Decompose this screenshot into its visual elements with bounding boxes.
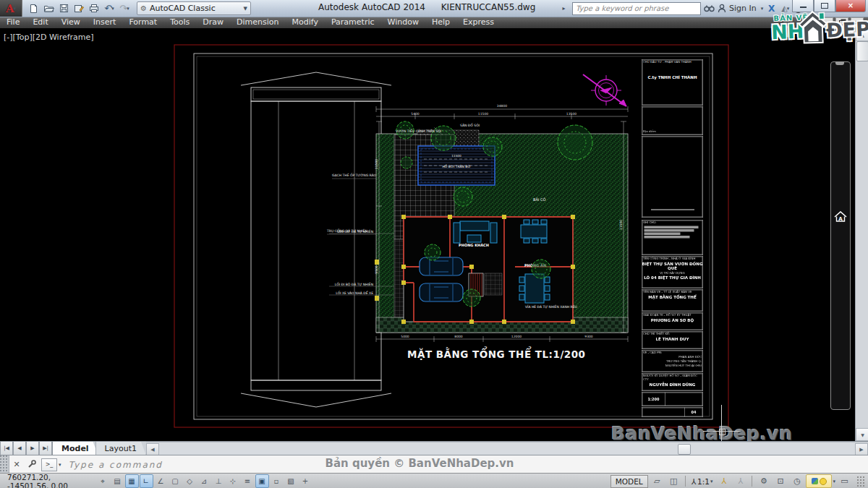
toggle-annotation-monitor[interactable]: + xyxy=(299,474,312,488)
menu-format[interactable]: Format xyxy=(122,17,163,28)
phase-value: PHƯƠNG ÁN SƠ BỘ xyxy=(642,318,703,323)
open-file-button[interactable] xyxy=(42,2,55,15)
toggle-selection-cycling[interactable]: ▧ xyxy=(284,474,298,488)
titleblock-owner-cell: CHỦ ĐẦU TƯ - PHẠM VĂN THÀNH C.ty TNHH CH… xyxy=(642,59,703,106)
quick-access-toolbar: ↶▾ ↷▾ xyxy=(27,2,131,15)
tab-layout1[interactable]: Layout1 xyxy=(95,442,146,455)
menu-help[interactable]: Help xyxy=(425,17,456,28)
toggle-quick-properties[interactable]: ▫ xyxy=(270,474,284,488)
scroll-left-button[interactable]: ◀ xyxy=(146,443,159,455)
prev-tab-button[interactable]: ◀ xyxy=(13,442,26,455)
save-button[interactable] xyxy=(57,2,70,15)
menu-tools[interactable]: Tools xyxy=(163,17,196,28)
menu-modify[interactable]: Modify xyxy=(286,17,325,28)
quick-view-layouts-button[interactable]: ▱ xyxy=(650,474,665,488)
scroll-down-button[interactable]: ▼ xyxy=(856,428,868,441)
toggle-object-snap-tracking[interactable]: ⊿ xyxy=(197,474,211,488)
performance-button[interactable]: ◷ xyxy=(789,474,804,488)
drawing-canvas[interactable]: GẠCH THẺ ỐP TƯỜNG RÀO TRỤ CỔNG ĐÁ TỰ NHI… xyxy=(0,28,868,441)
crosshair-vertical xyxy=(721,405,722,441)
command-tools-button[interactable] xyxy=(24,460,38,469)
annotation-scale-icon: ⅄ xyxy=(692,477,696,486)
drive-label: LỐI XE VÀO NHÀ ĐỂ XE xyxy=(336,291,373,295)
workspace-switching-button[interactable]: ⚙ xyxy=(756,474,771,488)
menu-draw[interactable]: Draw xyxy=(196,17,230,28)
menu-parametric[interactable]: Parametric xyxy=(325,17,381,28)
last-tab-button[interactable]: ▶| xyxy=(39,442,52,455)
next-tab-button[interactable]: ▶ xyxy=(26,442,39,455)
toggle-object-snap[interactable]: ▢ xyxy=(169,474,182,488)
undo-button[interactable]: ↶▾ xyxy=(103,2,116,15)
annotation-visibility-button[interactable]: ⅄ xyxy=(716,474,731,488)
person-icon xyxy=(718,4,726,13)
titleblock-empty-cell xyxy=(642,136,703,218)
command-close-button[interactable]: ✕ xyxy=(9,460,24,469)
menu-insert[interactable]: Insert xyxy=(87,17,123,28)
toolbar-lock-button[interactable]: ⊡ xyxy=(773,474,788,488)
menu-file[interactable]: File xyxy=(0,17,26,28)
toggle-grid-display[interactable]: ▦ xyxy=(125,474,139,488)
owner-label: CHỦ ĐẦU TƯ - PHẠM VĂN THÀNH xyxy=(642,60,703,65)
menu-window[interactable]: Window xyxy=(381,17,425,28)
first-tab-button[interactable]: |◀ xyxy=(0,442,13,455)
clean-screen-button[interactable]: ▭ xyxy=(837,474,852,488)
titleblock-scale-cell: 1:200 xyxy=(642,392,703,406)
walk-label: LỐI ĐI BỘ ĐÁ TỰ NHIÊN xyxy=(335,282,373,286)
toggle-ortho-mode[interactable]: ∟ xyxy=(140,474,153,488)
toggle-snap-mode[interactable]: ▤ xyxy=(111,474,124,488)
new-file-button[interactable] xyxy=(27,2,40,15)
banvenhadep-logo: BẢN VẼ NH ĐẸP xyxy=(769,6,863,51)
resize-grip[interactable] xyxy=(856,476,865,487)
lead-label: CHỦ TRÌ THIẾT KẾ: xyxy=(642,332,703,337)
isolate-objects-button[interactable] xyxy=(806,474,832,488)
sign-in-button[interactable]: Sign In ▾ xyxy=(718,2,763,14)
infocenter-collapse-button[interactable]: ▸ xyxy=(558,2,569,14)
menu-edit[interactable]: Edit xyxy=(26,17,54,28)
owner-value: C.ty TNHH CHÍ THÀNH xyxy=(642,75,703,80)
scroll-right-button[interactable]: ▶ xyxy=(855,443,868,455)
redo-button[interactable]: ↷▾ xyxy=(118,2,131,15)
toggle-lineweight[interactable]: ≡ xyxy=(241,474,255,488)
swimming-pool: 11500 HỒ BƠI TRÀN BỜ xyxy=(418,146,495,185)
quick-view-drawings-button[interactable]: ◫ xyxy=(666,474,681,488)
toggle-dynamic-input[interactable]: ⊹ xyxy=(226,474,240,488)
search-input[interactable] xyxy=(572,2,701,15)
chevron-down-icon: ▼ xyxy=(244,6,247,12)
titleblock-phase-cell: GIAI ĐOẠN TK - HỒ SƠ KỸ THUẬT PHƯƠNG ÁN … xyxy=(642,312,703,330)
save-floppy-icon xyxy=(59,4,69,13)
approver-label: NGƯỜI KÝ DUYỆT HỒ SƠ - GIÁM ĐỐC CTY xyxy=(642,374,703,382)
toggle-infer-constraints[interactable]: ⌖ xyxy=(96,474,110,488)
project-name: BIỆT THỰ SÂN VƯỜN ĐỒNG QUÊ xyxy=(642,262,703,271)
workspace-label: AutoCAD Classic xyxy=(150,4,216,13)
save-as-button[interactable] xyxy=(72,2,85,15)
chevron-down-icon: ▾ xyxy=(111,6,114,12)
model-space-button[interactable]: MODEL xyxy=(610,475,648,488)
vertical-scrollbar[interactable]: ▲ ▼ xyxy=(855,28,868,441)
menu-express[interactable]: Express xyxy=(456,17,501,28)
navbar-handle-icon xyxy=(835,61,844,65)
plot-button[interactable] xyxy=(88,2,101,15)
svg-text:11500: 11500 xyxy=(619,220,623,230)
chevron-down-icon: ▾ xyxy=(14,6,17,12)
menu-view[interactable]: View xyxy=(55,17,87,28)
viewport-controls[interactable]: [-][Top][2D Wireframe] xyxy=(4,33,94,42)
command-grip[interactable] xyxy=(0,455,9,474)
command-prompt-button[interactable]: >_ xyxy=(41,458,57,471)
workspace-switcher[interactable]: ⚙ AutoCAD Classic ▼ xyxy=(137,1,251,15)
menu-dimension[interactable]: Dimension xyxy=(230,17,285,28)
toggle-3d-object-snap[interactable]: ◇ xyxy=(183,474,197,488)
toggle-polar-tracking[interactable]: ∠ xyxy=(154,474,168,488)
application-menu-button[interactable]: A ▾ xyxy=(0,0,22,17)
toggle-dynamic-ucs[interactable]: ⊥ xyxy=(212,474,226,488)
drafter-3: NGUYỄN HUY THOẠI (HS) xyxy=(642,364,703,369)
horizontal-scrollbar[interactable]: ◀ ▶ xyxy=(146,442,868,455)
titleblock-sheetno-cell: 04 xyxy=(642,407,703,417)
annotation-autoscale-button[interactable]: ⅄ xyxy=(733,474,748,488)
navigation-bar[interactable]: A xyxy=(830,61,851,410)
annotation-scale-button[interactable]: ⅄ 1:1 ▾ xyxy=(689,477,715,486)
horizontal-scroll-thumb[interactable] xyxy=(678,444,691,455)
tab-model[interactable]: Model xyxy=(52,442,98,455)
lead-name: LÊ THÀNH DUY xyxy=(642,337,703,342)
toggle-transparency[interactable]: ▣ xyxy=(255,474,269,488)
search-button[interactable] xyxy=(704,2,715,14)
